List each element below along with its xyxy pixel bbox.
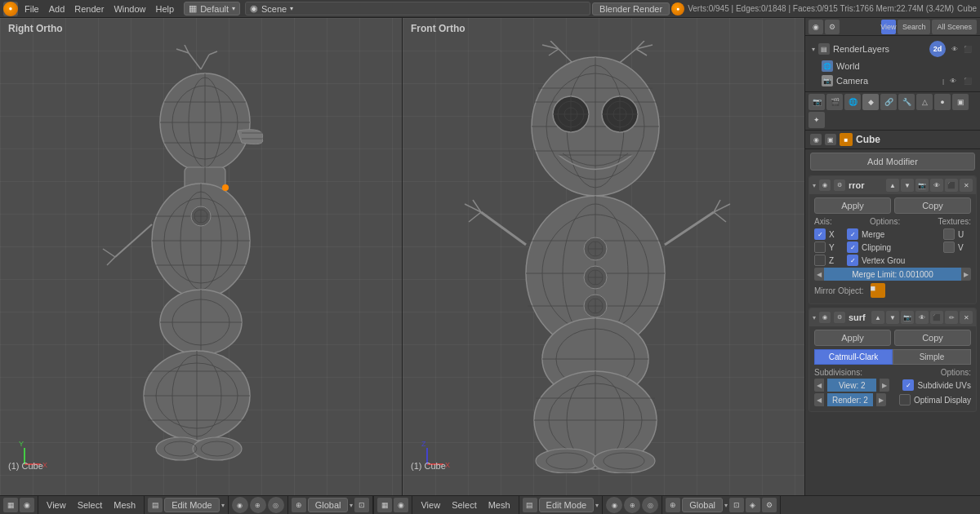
add-modifier-button[interactable]: Add Modifier xyxy=(810,153,975,171)
right-select-menu[interactable]: Select xyxy=(447,496,482,514)
prop-icon-scene[interactable]: 🎬 xyxy=(826,94,843,110)
tree-item-world[interactable]: 🌐 World xyxy=(818,59,977,73)
right-extra-icon-1[interactable]: ⊡ xyxy=(729,498,744,512)
help-menu-item[interactable]: Help xyxy=(151,2,180,16)
renderlayers-visibility[interactable]: 👁 xyxy=(949,43,960,55)
prop-icon-object[interactable]: ◆ xyxy=(862,94,879,110)
left-viewport-icon[interactable]: ▦ xyxy=(3,498,18,512)
subdiv-up-icon[interactable]: ▲ xyxy=(871,311,884,324)
mirror-eye-icon[interactable]: 👁 xyxy=(930,179,943,192)
mirror-down-icon[interactable]: ▼ xyxy=(901,179,914,192)
mirror-camera-icon[interactable]: 📷 xyxy=(915,179,929,192)
view-increase-btn[interactable]: ▶ xyxy=(880,379,889,392)
engine-selector[interactable]: Blender Render xyxy=(592,2,670,16)
view-decrease-btn[interactable]: ◀ xyxy=(814,379,824,392)
clipping-checkbox[interactable]: ✓ xyxy=(847,241,858,253)
render-increase-btn[interactable]: ▶ xyxy=(876,393,886,406)
panel-icon-btn-2[interactable]: ⚙ xyxy=(825,20,840,34)
subdiv-edit-icon[interactable]: ✏ xyxy=(945,311,958,324)
right-view-mode-icon[interactable]: ◉ xyxy=(394,498,408,512)
left-select-menu[interactable]: Select xyxy=(73,496,108,514)
tree-item-camera[interactable]: 📷 Camera | 👁 ⬛ xyxy=(818,73,977,88)
subdiv-copy-btn[interactable]: Copy xyxy=(894,330,971,346)
left-view-mode-icon[interactable]: ◉ xyxy=(20,498,34,512)
viewport-right-ortho[interactable]: Right Ortho X Y (1) Cube xyxy=(0,18,403,495)
merge-limit-increase-btn[interactable]: ▶ xyxy=(961,268,971,281)
render-slider[interactable]: Render: 2 xyxy=(827,393,873,406)
v-checkbox[interactable] xyxy=(943,241,955,253)
u-checkbox[interactable] xyxy=(943,228,955,240)
right-mesh-menu[interactable]: Mesh xyxy=(483,496,515,514)
subdiv-down-icon[interactable]: ▼ xyxy=(886,311,899,324)
right-extra-icon-3[interactable]: ⚙ xyxy=(762,498,777,512)
right-view-btn-3[interactable]: ◎ xyxy=(642,497,658,513)
subdiv-camera-icon[interactable]: 📷 xyxy=(901,311,914,324)
left-view-btn-2[interactable]: ⊕ xyxy=(250,497,266,513)
optimal-display-checkbox[interactable] xyxy=(899,394,911,405)
mirror-up-icon[interactable]: ▲ xyxy=(886,179,899,192)
search-btn[interactable]: Search xyxy=(898,20,931,34)
mirror-apply-btn[interactable]: Apply xyxy=(814,197,891,214)
mirror-x-icon[interactable]: ✕ xyxy=(960,179,973,192)
layout-selector[interactable]: ▦ Default ▾ xyxy=(184,2,240,16)
mirror-settings-icon[interactable]: ⚙ xyxy=(834,179,845,191)
add-menu-item[interactable]: Add xyxy=(44,2,70,16)
right-transform-icon[interactable]: ⊕ xyxy=(666,498,680,512)
right-global-btn[interactable]: Global xyxy=(682,498,723,512)
prop-icon-constraints[interactable]: 🔗 xyxy=(880,94,897,110)
right-view-btn-2[interactable]: ⊕ xyxy=(624,497,640,513)
right-view-menu[interactable]: View xyxy=(416,496,445,514)
panel-icon-btn-1[interactable]: ◉ xyxy=(808,20,823,34)
scene-selector[interactable]: ◉ Scene ▾ xyxy=(245,2,590,16)
prop-icon-texture[interactable]: ▣ xyxy=(952,94,969,110)
subdiv-settings-icon[interactable]: ⚙ xyxy=(834,312,845,323)
prop-icon-data[interactable]: △ xyxy=(916,94,933,110)
renderlayers-render[interactable]: ⬛ xyxy=(962,43,973,55)
subdiv-render-icon[interactable]: ⬛ xyxy=(930,311,943,324)
left-global-btn[interactable]: Global xyxy=(308,498,349,512)
subdiv-apply-btn[interactable]: Apply xyxy=(814,330,891,346)
z-checkbox[interactable] xyxy=(814,255,826,266)
subdiv-x-icon[interactable]: ✕ xyxy=(960,311,973,324)
mirror-render-icon[interactable]: ⬛ xyxy=(945,179,958,192)
camera-render[interactable]: ⬛ xyxy=(962,75,973,86)
vertex-group-checkbox[interactable]: ✓ xyxy=(847,255,858,266)
mirror-copy-btn[interactable]: Copy xyxy=(894,197,971,214)
view-slider[interactable]: View: 2 xyxy=(827,379,876,392)
file-menu[interactable]: File Add Render Window Help xyxy=(20,2,179,16)
prop-icon-modifier[interactable]: 🔧 xyxy=(898,94,915,110)
right-view-btn-1[interactable]: ◉ xyxy=(606,497,622,513)
catmull-clark-btn[interactable]: Catmull-Clark xyxy=(814,349,893,365)
left-view-btn-1[interactable]: ◉ xyxy=(232,497,248,513)
all-scenes-btn[interactable]: All Scenes xyxy=(932,20,977,34)
viewport-front-ortho[interactable]: Front Ortho X Z (1) Cube xyxy=(403,18,804,495)
object-settings-icon[interactable]: ◉ xyxy=(810,134,822,145)
simple-btn[interactable]: Simple xyxy=(893,349,971,365)
left-mode-icon[interactable]: ▤ xyxy=(148,498,163,512)
right-edit-mode-btn[interactable]: Edit Mode xyxy=(539,498,595,512)
mirror-object-icon[interactable]: ■ xyxy=(871,283,885,298)
merge-checkbox[interactable]: ✓ xyxy=(847,228,858,240)
window-menu-item[interactable]: Window xyxy=(109,2,150,16)
x-checkbox[interactable]: ✓ xyxy=(814,228,826,240)
right-mode-icon[interactable]: ▤ xyxy=(523,498,537,512)
view-btn[interactable]: View xyxy=(881,20,896,34)
left-extra-icon[interactable]: ⊡ xyxy=(354,498,369,512)
right-viewport-icon[interactable]: ▦ xyxy=(377,498,392,512)
left-edit-mode-btn[interactable]: Edit Mode xyxy=(164,498,220,512)
tree-item-renderlayers[interactable]: ▾ ▤ RenderLayers 2d 👁 ⬛ xyxy=(808,39,977,59)
file-menu-item[interactable]: File xyxy=(20,2,44,16)
object-type-icon[interactable]: ▣ xyxy=(825,134,836,145)
prop-icon-world[interactable]: 🌐 xyxy=(844,94,861,110)
left-transform-icon[interactable]: ⊕ xyxy=(292,498,306,512)
camera-visibility[interactable]: 👁 xyxy=(947,75,959,86)
mirror-icon[interactable]: ◉ xyxy=(819,179,831,191)
subdivide-uvs-checkbox[interactable]: ✓ xyxy=(902,379,914,391)
left-view-menu[interactable]: View xyxy=(42,496,71,514)
right-extra-icon-2[interactable]: ◈ xyxy=(746,498,760,512)
left-mesh-menu[interactable]: Mesh xyxy=(109,496,140,514)
left-view-btn-3[interactable]: ◎ xyxy=(268,497,284,513)
subdiv-icon[interactable]: ◉ xyxy=(819,312,831,323)
merge-limit-slider[interactable]: Merge Limit: 0.001000 xyxy=(824,268,961,281)
prop-icon-particles[interactable]: ✦ xyxy=(808,112,825,128)
